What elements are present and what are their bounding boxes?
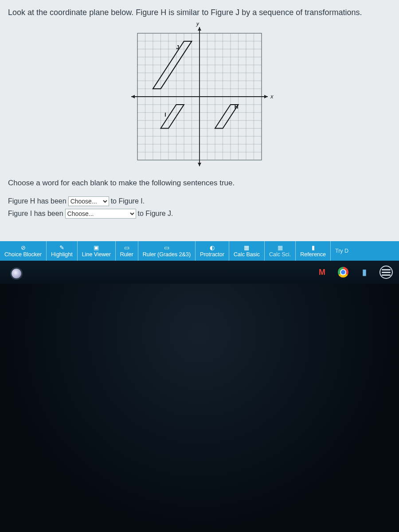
- sentence-2-pre: Figure I has been: [8, 208, 63, 219]
- coordinate-plane-svg: xyJIH: [124, 23, 275, 169]
- tool-calc-sci[interactable]: ▦ Calc Sci.: [265, 241, 296, 261]
- dropdown-2[interactable]: Choose...: [65, 209, 136, 219]
- sentence-1-pre: Figure H has been: [8, 196, 66, 207]
- svg-text:y: y: [196, 23, 200, 27]
- os-taskbar: M ▮: [0, 261, 399, 284]
- tools-toolbar: ⊘ Choice Blocker ✎ Highlight ▣ Line View…: [0, 241, 399, 261]
- svg-marker-40: [198, 163, 201, 166]
- sentence-2-post: to Figure J.: [138, 208, 173, 219]
- laptop-keyboard-region: [0, 284, 399, 532]
- svg-text:x: x: [270, 93, 274, 100]
- question-content: Look at the coordinate plane below. Figu…: [0, 0, 399, 219]
- viewer-icon: ▣: [94, 245, 99, 250]
- sentence-2: Figure I has been Choose... to Figure J.: [8, 208, 391, 219]
- calculator-icon: ▦: [244, 245, 249, 250]
- svg-marker-38: [131, 95, 135, 98]
- gmail-icon[interactable]: M: [316, 266, 328, 278]
- tool-calc-basic[interactable]: ▦ Calc Basic: [229, 241, 265, 261]
- coordinate-plane-figure: xyJIH: [8, 20, 391, 174]
- tool-label: Line Viewer: [82, 251, 111, 258]
- svg-text:H: H: [235, 104, 239, 110]
- tool-label: Ruler (Grades 2&3): [143, 251, 191, 258]
- sentence-1-post: to Figure I.: [111, 196, 145, 207]
- tool-line-viewer[interactable]: ▣ Line Viewer: [78, 241, 116, 261]
- fill-in-sentences: Figure H has been Choose... to Figure I.…: [8, 196, 391, 219]
- sentence-1: Figure H has been Choose... to Figure I.: [8, 196, 391, 207]
- protractor-icon: ◐: [210, 245, 215, 250]
- tool-label: Protractor: [200, 251, 224, 258]
- question-prompt: Look at the coordinate plane below. Figu…: [8, 8, 391, 17]
- tool-try[interactable]: Try D: [331, 241, 353, 261]
- svg-marker-37: [264, 95, 268, 98]
- tool-label: Reference: [300, 251, 326, 258]
- tool-protractor[interactable]: ◐ Protractor: [196, 241, 229, 261]
- svg-marker-39: [198, 27, 201, 31]
- blocker-icon: ⊘: [21, 245, 26, 250]
- ruler-icon: ▭: [164, 245, 169, 250]
- instruction-text: Choose a word for each blank to make the…: [8, 179, 391, 188]
- svg-text:J: J: [176, 44, 180, 51]
- tool-label: Highlight: [51, 251, 73, 258]
- tool-label: Try D: [335, 248, 348, 254]
- svg-text:I: I: [164, 112, 166, 118]
- pencil-icon: ✎: [59, 245, 64, 250]
- tool-ruler[interactable]: ▭ Ruler: [116, 241, 138, 261]
- record-indicator-icon: [12, 269, 21, 278]
- files-icon[interactable]: ▮: [358, 266, 371, 278]
- tool-ruler-23[interactable]: ▭ Ruler (Grades 2&3): [138, 241, 196, 261]
- chrome-icon[interactable]: [337, 266, 349, 278]
- tool-choice-blocker[interactable]: ⊘ Choice Blocker: [0, 241, 47, 261]
- tool-reference[interactable]: ▮ Reference: [296, 241, 331, 261]
- dropdown-1[interactable]: Choose...: [68, 196, 109, 206]
- tool-label: Ruler: [120, 251, 133, 258]
- app-screen: Look at the coordinate plane below. Figu…: [0, 0, 399, 284]
- menu-icon[interactable]: [379, 266, 393, 279]
- calculator-icon: ▦: [278, 245, 283, 250]
- tool-label: Calc Sci.: [269, 251, 291, 258]
- book-icon: ▮: [312, 245, 315, 250]
- tool-label: Calc Basic: [234, 251, 260, 258]
- tool-label: Choice Blocker: [4, 251, 42, 258]
- tool-highlight[interactable]: ✎ Highlight: [47, 241, 78, 261]
- ruler-icon: ▭: [124, 245, 129, 250]
